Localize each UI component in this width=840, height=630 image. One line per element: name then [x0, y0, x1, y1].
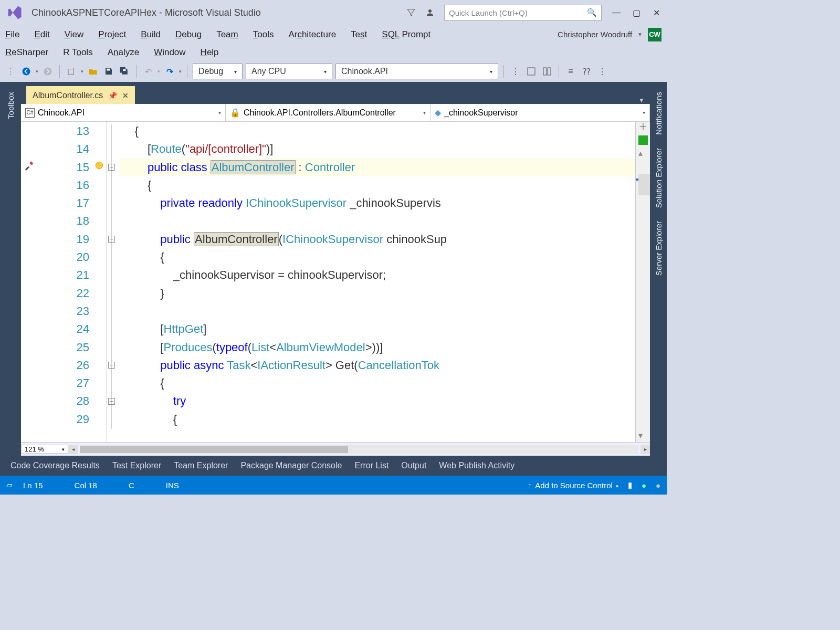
- fold-toggle[interactable]: −: [108, 164, 115, 171]
- bottom-tab[interactable]: Code Coverage Results: [10, 461, 100, 470]
- indicator-margin: [94, 122, 106, 442]
- config-combo[interactable]: Debug▾: [193, 64, 243, 79]
- bottom-tab[interactable]: Output: [401, 461, 426, 470]
- minimize-button[interactable]: —: [611, 8, 622, 17]
- status-icon-1[interactable]: ▮: [628, 480, 632, 490]
- file-tab-active[interactable]: AlbumController.cs 📌 ✕: [26, 86, 135, 104]
- status-ins[interactable]: INS: [166, 481, 179, 490]
- split-icon[interactable]: [638, 122, 648, 131]
- menu-help[interactable]: Help: [201, 47, 219, 58]
- nav-forward-button[interactable]: [41, 65, 54, 78]
- code-text-area[interactable]: { [Route("api/[controller]")] public cla…: [120, 122, 635, 442]
- filter-icon[interactable]: [406, 8, 416, 17]
- menu-test[interactable]: Test: [351, 29, 367, 40]
- scrollbar-preview[interactable]: ▴ ▾: [635, 122, 650, 442]
- menu-resharper[interactable]: ReSharper: [5, 47, 48, 58]
- status-bar: ▱ Ln 15 Col 18 C INS ↑ Add to Source Con…: [0, 476, 667, 495]
- status-doc-icon: ▱: [6, 480, 13, 490]
- bottom-tab[interactable]: Web Publish Activity: [439, 461, 514, 470]
- toolbar-overflow-2-icon[interactable]: ⋮: [596, 65, 608, 78]
- close-tab-icon[interactable]: ✕: [122, 91, 129, 100]
- save-all-button[interactable]: [118, 65, 131, 78]
- startup-combo[interactable]: Chinook.API▾: [335, 64, 498, 79]
- toolbox-tab[interactable]: Toolbox: [6, 92, 15, 119]
- outlining-margin[interactable]: −−−−: [106, 122, 120, 442]
- server-explorer-tab[interactable]: Server Explorer: [654, 221, 663, 276]
- new-project-button[interactable]: [65, 65, 78, 78]
- search-icon: 🔍: [587, 8, 597, 17]
- window-title: ChinookASPNETCoreAPIHex - Microsoft Visu…: [32, 7, 261, 18]
- nav-class-combo[interactable]: 🔒 Chinook.API.Controllers.AlbumControlle…: [226, 104, 430, 121]
- undo-button[interactable]: ↶: [142, 65, 154, 78]
- user-dropdown-icon[interactable]: ▼: [637, 32, 643, 37]
- pin-icon[interactable]: 📌: [108, 91, 117, 100]
- navigation-bar: C# Chinook.API▾ 🔒 Chinook.API.Controller…: [21, 104, 650, 122]
- toolbar-icon-3[interactable]: ≡: [564, 65, 577, 78]
- menu-tools[interactable]: Tools: [253, 29, 274, 40]
- save-button[interactable]: [102, 65, 115, 78]
- horizontal-scrollbar[interactable]: [80, 445, 638, 454]
- redo-button[interactable]: ↷: [163, 65, 176, 78]
- menu-rtools[interactable]: R Tools: [63, 47, 92, 58]
- menu-debug[interactable]: Debug: [175, 29, 202, 40]
- menu-project[interactable]: Project: [98, 29, 126, 40]
- svg-rect-9: [25, 166, 29, 170]
- status-ok-icon: [638, 135, 648, 145]
- nav-project-combo[interactable]: C# Chinook.API▾: [21, 104, 226, 121]
- code-editor[interactable]: 1314151617181920212223242526272829 −−−− …: [21, 122, 650, 442]
- nav-back-button[interactable]: [20, 65, 33, 78]
- zoom-scroll-bar: 121 %▾ ◂ ▸: [21, 442, 650, 456]
- status-line: Ln 15: [23, 481, 43, 490]
- breakpoint-margin[interactable]: [21, 122, 37, 442]
- fold-toggle[interactable]: −: [108, 362, 115, 369]
- open-file-button[interactable]: [87, 65, 99, 78]
- menu-build[interactable]: Build: [141, 29, 161, 40]
- toolbar-icon-4[interactable]: ⁇: [580, 65, 593, 78]
- menu-team[interactable]: Team: [216, 29, 238, 40]
- nav-member-combo[interactable]: ◆ _chinookSupervisor▾: [430, 104, 650, 121]
- hscroll-left-button[interactable]: ◂: [68, 445, 78, 454]
- fold-toggle[interactable]: −: [108, 398, 115, 405]
- up-arrow-icon[interactable]: ▴: [638, 148, 648, 158]
- down-arrow-icon[interactable]: ▾: [638, 430, 648, 440]
- bottom-tab[interactable]: Package Manager Console: [240, 461, 342, 470]
- menu-file[interactable]: File: [5, 29, 19, 40]
- menu-analyze[interactable]: Analyze: [108, 47, 140, 58]
- bottom-tab[interactable]: Test Explorer: [112, 461, 161, 470]
- lightbulb-icon[interactable]: [96, 162, 103, 169]
- menu-view[interactable]: View: [65, 29, 84, 40]
- menu-architecture[interactable]: Architecture: [288, 29, 336, 40]
- quick-launch-input[interactable]: Quick Launch (Ctrl+Q) 🔍: [444, 5, 602, 20]
- toolbar: ⋮ ▾ ▾ ↶ ▾ ↷ ▾ Debug▾ Any CPU▾ Chinook.AP…: [0, 61, 667, 84]
- file-tab-label: AlbumController.cs: [33, 91, 103, 100]
- maximize-button[interactable]: ▢: [631, 8, 642, 18]
- document-tab-row: AlbumController.cs 📌 ✕ ▼: [21, 84, 650, 104]
- bottom-tab[interactable]: Error List: [354, 461, 388, 470]
- close-button[interactable]: ✕: [651, 8, 662, 18]
- toolbar-overflow-icon[interactable]: ⋮: [509, 65, 522, 78]
- menu-window[interactable]: Window: [154, 47, 185, 58]
- user-avatar-badge[interactable]: CW: [648, 28, 662, 41]
- bottom-tab[interactable]: Team Explorer: [174, 461, 228, 470]
- status-icon-3[interactable]: ●: [656, 481, 660, 490]
- add-source-control-button[interactable]: ↑ Add to Source Control ▴: [528, 481, 618, 490]
- hscroll-right-button[interactable]: ▸: [640, 445, 650, 454]
- field-icon: ◆: [435, 108, 441, 118]
- right-rail: Notifications Solution Explorer Server E…: [650, 84, 667, 456]
- zoom-combo[interactable]: 121 %▾: [21, 445, 68, 454]
- status-icon-2[interactable]: ●: [642, 481, 646, 490]
- toolbar-handle-icon[interactable]: ⋮: [4, 65, 17, 78]
- fold-toggle[interactable]: −: [108, 236, 115, 243]
- tab-dropdown-icon[interactable]: ▼: [638, 97, 645, 104]
- user-name-label[interactable]: Christopher Woodruff: [558, 30, 632, 39]
- feedback-icon[interactable]: [425, 8, 435, 17]
- title-bar: ChinookASPNETCoreAPIHex - Microsoft Visu…: [0, 0, 667, 25]
- toolbar-icon-1[interactable]: [525, 65, 538, 78]
- hammer-icon[interactable]: [23, 160, 37, 173]
- toolbar-icon-2[interactable]: [541, 65, 553, 78]
- menu-edit[interactable]: Edit: [34, 29, 49, 40]
- menu-sqlprompt[interactable]: SQL Prompt: [382, 29, 430, 40]
- notifications-tab[interactable]: Notifications: [654, 92, 663, 135]
- platform-combo[interactable]: Any CPU▾: [246, 64, 332, 79]
- solution-explorer-tab[interactable]: Solution Explorer: [654, 148, 663, 208]
